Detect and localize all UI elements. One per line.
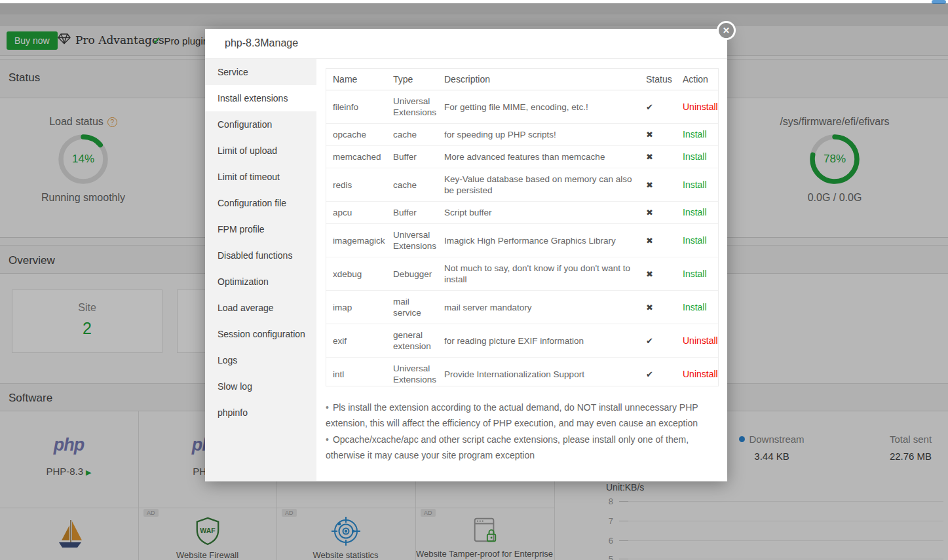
status-not-installed-icon: ✖ [646, 303, 653, 312]
modal-notes: •Pls install the extension according to … [326, 400, 719, 463]
status-installed-icon: ✔ [646, 336, 653, 346]
col-header-action: Action [676, 69, 718, 90]
menu-item-load-average[interactable]: Load average [205, 295, 316, 321]
menu-item-install-extensions[interactable]: Install extensions [205, 85, 316, 111]
menu-item-service[interactable]: Service [205, 59, 316, 85]
menu-item-configuration-file[interactable]: Configuration file [205, 190, 316, 216]
menu-item-limit-of-upload[interactable]: Limit of upload [205, 138, 316, 164]
table-row: imagemagick Universal Extensions Imagick… [326, 224, 718, 257]
modal-title: php-8.3Manage [205, 29, 727, 49]
modal-content: Name Type Description Status Action file… [316, 59, 728, 481]
table-row: redis cache Key-Value database based on … [326, 168, 718, 202]
modal-sidebar-menu: Service Install extensions Configuration… [205, 59, 316, 481]
menu-item-fpm-profile[interactable]: FPM profile [205, 216, 316, 242]
uninstall-link[interactable]: Uninstall [683, 335, 718, 346]
table-header-row: Name Type Description Status Action [326, 69, 718, 90]
menu-item-session-configuration[interactable]: Session configuration [205, 321, 316, 347]
menu-item-configuration[interactable]: Configuration [205, 111, 316, 138]
install-link[interactable]: Install [683, 302, 707, 312]
status-installed-icon: ✔ [646, 369, 653, 379]
modal-header: php-8.3Manage [205, 29, 727, 59]
uninstall-link[interactable]: Uninstall [683, 102, 718, 112]
php-manage-modal: ✕ php-8.3Manage Service Install extensio… [205, 29, 727, 481]
note-line: •Opcache/xcache/apc and other script cac… [326, 432, 719, 463]
status-not-installed-icon: ✖ [646, 236, 653, 246]
close-icon[interactable]: ✕ [717, 21, 736, 40]
table-row: opcache cache for speeding up PHP script… [326, 124, 718, 146]
status-not-installed-icon: ✖ [646, 152, 653, 162]
table-row: intl Universal Extensions Provide Intern… [326, 358, 718, 387]
status-not-installed-icon: ✖ [646, 208, 653, 217]
menu-item-disabled-functions[interactable]: Disabled functions [205, 242, 316, 269]
status-not-installed-icon: ✖ [646, 269, 653, 279]
extensions-table-wrap[interactable]: Name Type Description Status Action file… [326, 68, 719, 386]
table-row: fileinfo Universal Extensions For gettin… [326, 90, 718, 124]
uninstall-link[interactable]: Uninstall [683, 369, 718, 379]
install-link[interactable]: Install [683, 207, 707, 217]
menu-item-limit-of-timeout[interactable]: Limit of timeout [205, 164, 316, 190]
install-link[interactable]: Install [683, 151, 707, 162]
install-link[interactable]: Install [683, 129, 707, 140]
menu-item-optimization[interactable]: Optimization [205, 269, 316, 295]
col-header-description: Description [438, 69, 639, 90]
extensions-table: Name Type Description Status Action file… [326, 69, 718, 386]
table-row: xdebug Debugger Not much to say, don't k… [326, 257, 718, 291]
table-row: memcached Buffer More advanced features … [326, 146, 718, 168]
status-not-installed-icon: ✖ [646, 130, 653, 140]
install-link[interactable]: Install [683, 179, 707, 190]
table-row: exif general extension for reading pictu… [326, 324, 718, 358]
col-header-type: Type [387, 69, 438, 90]
status-not-installed-icon: ✖ [646, 180, 653, 190]
install-link[interactable]: Install [683, 269, 707, 279]
col-header-name: Name [326, 69, 387, 90]
bullet-icon: • [326, 434, 329, 445]
table-row: apcu Buffer Script buffer ✖ Install [326, 202, 718, 224]
menu-item-logs[interactable]: Logs [205, 347, 316, 373]
menu-item-slow-log[interactable]: Slow log [205, 373, 316, 400]
note-line: •Pls install the extension according to … [326, 400, 719, 431]
table-row: imap mail service mail server mandatory … [326, 291, 718, 324]
app-screen: Buy now Pro Advantages ✓ Pro plugin Stat… [0, 0, 948, 560]
install-link[interactable]: Install [683, 235, 707, 246]
menu-item-phpinfo[interactable]: phpinfo [205, 400, 316, 426]
status-installed-icon: ✔ [646, 102, 653, 112]
col-header-status: Status [639, 69, 676, 90]
bullet-icon: • [326, 402, 329, 413]
